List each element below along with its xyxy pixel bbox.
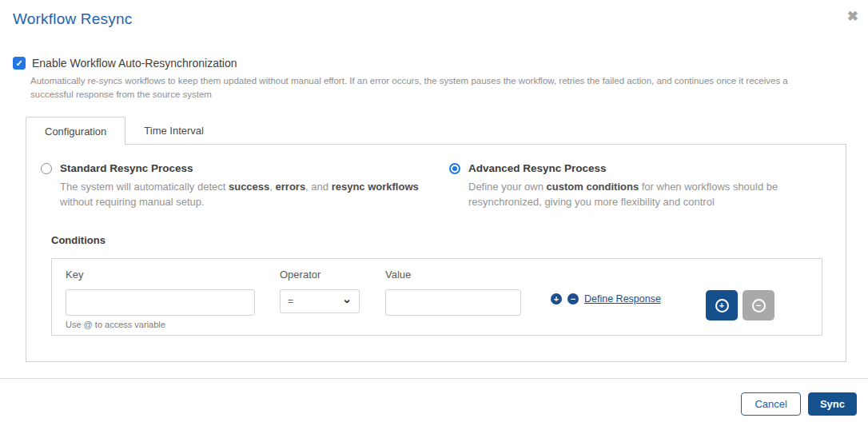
value-label: Value bbox=[385, 269, 411, 281]
advanced-resync-description: Define your own custom conditions for wh… bbox=[468, 180, 833, 210]
advanced-resync-radio[interactable] bbox=[449, 163, 460, 174]
value-input[interactable] bbox=[385, 289, 521, 316]
enable-auto-resync-label: Enable Workflow Auto-Resynchronization bbox=[32, 57, 237, 70]
tab-bar: Configuration Time Interval bbox=[26, 117, 222, 145]
enable-auto-resync-description: Automatically re-syncs workflows to keep… bbox=[30, 74, 826, 101]
footer-divider bbox=[0, 378, 868, 379]
operator-select[interactable]: = ⌄ bbox=[280, 289, 360, 313]
remove-condition-row-button[interactable]: − bbox=[743, 290, 774, 320]
remove-condition-icon[interactable]: − bbox=[567, 293, 579, 305]
enable-auto-resync-row: ✓ Enable Workflow Auto-Resynchronization bbox=[13, 57, 237, 70]
sync-button[interactable]: Sync bbox=[808, 392, 857, 416]
close-icon[interactable]: ✖ bbox=[847, 10, 858, 23]
check-icon: ✓ bbox=[15, 58, 22, 69]
standard-resync-radio[interactable] bbox=[41, 163, 52, 174]
plus-icon: + bbox=[715, 299, 729, 313]
tab-time-interval[interactable]: Time Interval bbox=[125, 117, 222, 145]
standard-resync-option: Standard Resync Process The system will … bbox=[41, 162, 432, 210]
key-hint: Use @ to access variable bbox=[66, 320, 165, 329]
workflow-resync-dialog: Workflow Resync ✖ ✓ Enable Workflow Auto… bbox=[0, 0, 868, 426]
operator-label: Operator bbox=[280, 269, 321, 281]
minus-icon: − bbox=[752, 299, 766, 313]
cancel-button[interactable]: Cancel bbox=[741, 392, 800, 416]
tab-configuration[interactable]: Configuration bbox=[26, 117, 125, 145]
condition-row-buttons: + − bbox=[706, 290, 774, 320]
enable-auto-resync-checkbox[interactable]: ✓ bbox=[13, 57, 26, 70]
key-label: Key bbox=[66, 269, 83, 281]
advanced-resync-label: Advanced Resync Process bbox=[468, 162, 607, 174]
chevron-down-icon: ⌄ bbox=[342, 293, 352, 305]
key-input[interactable] bbox=[66, 289, 255, 316]
footer: Cancel Sync bbox=[741, 392, 857, 416]
add-condition-row-button[interactable]: + bbox=[706, 290, 738, 320]
inline-actions: + − Define Response bbox=[551, 293, 661, 305]
define-response-link[interactable]: Define Response bbox=[584, 293, 661, 305]
standard-resync-description: The system will automatically detect suc… bbox=[60, 180, 432, 210]
configuration-panel: Standard Resync Process The system will … bbox=[26, 144, 846, 362]
add-condition-icon[interactable]: + bbox=[551, 293, 562, 305]
condition-row: Key Operator Value = ⌄ Use @ to access v… bbox=[51, 258, 822, 336]
operator-selected-value: = bbox=[288, 296, 293, 307]
conditions-heading: Conditions bbox=[51, 234, 106, 246]
standard-resync-label: Standard Resync Process bbox=[60, 162, 193, 174]
dialog-title: Workflow Resync bbox=[13, 10, 132, 28]
advanced-resync-option: Advanced Resync Process Define your own … bbox=[449, 162, 833, 210]
